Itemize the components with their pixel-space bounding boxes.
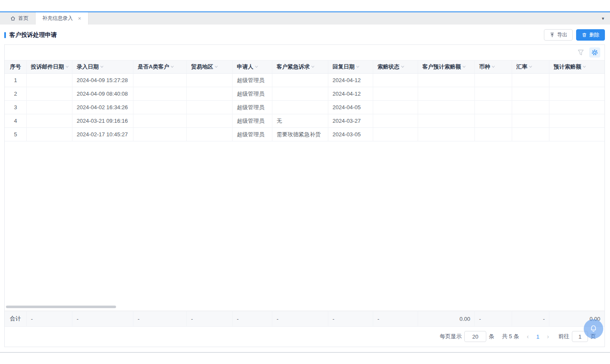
summary-row: 合计 - - - - - - - - 0.00 - - 0.00 <box>5 311 604 327</box>
chevron-down-icon <box>255 65 258 68</box>
table-cell: 无 <box>272 114 328 128</box>
table-cell <box>187 114 233 128</box>
prev-page-icon[interactable]: ‹ <box>527 333 529 340</box>
table-cell <box>475 128 512 141</box>
page-title-block: 客户投诉处理申请 <box>4 31 57 39</box>
page-size-input[interactable] <box>464 331 486 342</box>
summary-table: 合计 - - - - - - - - 0.00 - - 0.00 <box>5 311 604 327</box>
export-button-label: 导出 <box>557 31 567 39</box>
chevron-down-icon <box>170 65 174 68</box>
table-cell <box>187 128 233 141</box>
summary-cell: - <box>187 311 233 327</box>
export-icon <box>549 32 555 38</box>
table-cell <box>475 101 512 114</box>
table-cell <box>272 87 328 101</box>
chevron-down-icon <box>529 65 532 68</box>
table-cell <box>187 101 233 114</box>
delete-button-label: 删除 <box>589 31 599 39</box>
table-cell <box>27 128 72 141</box>
bottom-divider <box>0 352 610 353</box>
column-settings-button[interactable] <box>589 47 600 58</box>
table-cell <box>549 114 604 128</box>
table-cell <box>512 128 549 141</box>
table-cell: 2024-03-21 09:16:16 <box>72 114 133 128</box>
tab-home-label: 首页 <box>18 15 28 22</box>
col-header-trade-region[interactable]: 贸易地区 <box>187 60 233 74</box>
col-header-urgent-demand[interactable]: 客户紧急诉求 <box>272 60 328 74</box>
table-row[interactable]: 2 2024-04-09 08:40:08 超级管理员 2024-04-12 <box>5 87 604 101</box>
col-header-exchange-rate[interactable]: 汇率 <box>512 60 549 74</box>
table-row[interactable]: 1 2024-04-09 15:27:28 超级管理员 2024-04-12 <box>5 74 604 87</box>
tab-home[interactable]: 首页 <box>3 12 35 25</box>
table-cell <box>133 101 187 114</box>
table-header: 序号 投诉邮件日期 录入日期 是否A类客户 贸易地区 申请人 客户紧急诉求 回复… <box>5 60 604 74</box>
tab-collapse-caret-icon[interactable]: ▼ <box>601 12 605 25</box>
next-page-icon[interactable]: › <box>547 333 549 340</box>
delete-button[interactable]: 删除 <box>576 29 605 41</box>
summary-cell: - <box>27 311 72 327</box>
bell-icon <box>589 324 598 334</box>
table-cell <box>475 87 512 101</box>
table-cell <box>373 128 418 141</box>
tab-active[interactable]: 补充信息录入 × <box>35 12 89 25</box>
page-size-label: 每页显示 <box>440 333 462 340</box>
table-cell <box>27 87 72 101</box>
table-cell <box>373 101 418 114</box>
table-cell <box>549 87 604 101</box>
table-cell: 超级管理员 <box>233 74 272 87</box>
col-header-complaint-date[interactable]: 投诉邮件日期 <box>27 60 72 74</box>
col-header-entry-date[interactable]: 录入日期 <box>72 60 133 74</box>
col-header-currency[interactable]: 币种 <box>475 60 512 74</box>
table-cell: 2024-03-05 <box>328 128 373 141</box>
table-cell: 3 <box>5 101 27 114</box>
table-cell: 4 <box>5 114 27 128</box>
col-header-a-class[interactable]: 是否A类客户 <box>133 60 187 74</box>
table-cell <box>418 101 475 114</box>
table-cell <box>373 74 418 87</box>
summary-cell: - <box>475 311 512 327</box>
close-icon[interactable]: × <box>78 16 81 21</box>
table-cell <box>475 114 512 128</box>
col-header-est-claim[interactable]: 预计索赔额 <box>549 60 604 74</box>
chevron-down-icon <box>65 65 69 68</box>
summary-cell: - <box>233 311 272 327</box>
table-cell: 超级管理员 <box>233 87 272 101</box>
table-cell <box>133 128 187 141</box>
col-header-reply-date[interactable]: 回复日期 <box>328 60 373 74</box>
table-cell: 2024-04-05 <box>328 101 373 114</box>
table-cell <box>512 74 549 87</box>
chevron-down-icon <box>462 65 466 68</box>
export-button[interactable]: 导出 <box>544 29 573 41</box>
table-cell <box>272 101 328 114</box>
gear-icon <box>591 49 598 56</box>
table-cell <box>27 74 72 87</box>
table-cell <box>512 114 549 128</box>
horizontal-scrollbar-thumb[interactable] <box>6 306 116 308</box>
summary-cell: - <box>72 311 133 327</box>
table-body: 1 2024-04-09 15:27:28 超级管理员 2024-04-12 2… <box>5 74 604 141</box>
table-row[interactable]: 5 2024-02-17 10:45:27 超级管理员 需要玫德紧急补货 202… <box>5 128 604 141</box>
table-cell <box>549 128 604 141</box>
current-page-number[interactable]: 1 <box>536 334 539 340</box>
table-cell <box>187 87 233 101</box>
table-cell: 2 <box>5 87 27 101</box>
notification-bell-button[interactable] <box>584 319 603 339</box>
col-header-seq[interactable]: 序号 <box>5 60 27 74</box>
table-panel: 序号 投诉邮件日期 录入日期 是否A类客户 贸易地区 申请人 客户紧急诉求 回复… <box>4 44 605 347</box>
page-title: 客户投诉处理申请 <box>9 31 57 39</box>
table-cell <box>373 87 418 101</box>
filter-icon[interactable] <box>577 49 584 56</box>
chevron-down-icon <box>311 65 315 68</box>
table-cell <box>549 101 604 114</box>
table-cell: 超级管理员 <box>233 128 272 141</box>
tab-active-label: 补充信息录入 <box>42 15 73 22</box>
table-toolbar <box>5 45 604 60</box>
table-row[interactable]: 4 2024-03-21 09:16:16 超级管理员 无 2024-03-27 <box>5 114 604 128</box>
col-header-applicant[interactable]: 申请人 <box>233 60 272 74</box>
col-header-claim-status[interactable]: 索赔状态 <box>373 60 418 74</box>
table-cell <box>418 128 475 141</box>
col-header-cust-est-claim[interactable]: 客户预计索赔额 <box>418 60 475 74</box>
title-accent-bar <box>4 32 6 38</box>
chevron-down-icon <box>401 65 405 68</box>
table-row[interactable]: 3 2024-04-02 16:34:26 超级管理员 2024-04-05 <box>5 101 604 114</box>
